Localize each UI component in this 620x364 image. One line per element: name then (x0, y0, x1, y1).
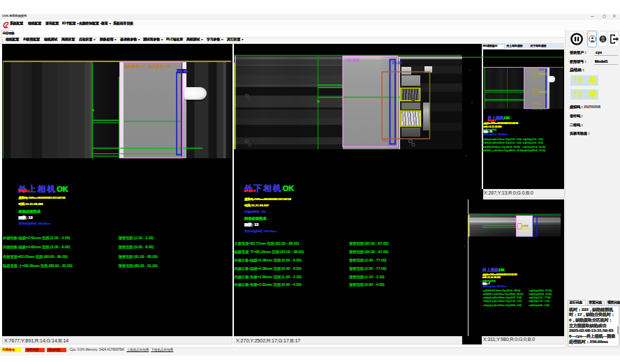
svg-text:灰阶阈值:93，动态阈值:100: 灰阶阈值:93，动态阈值:100 (124, 64, 171, 69)
svg-text:绝缘测距OK: 绝缘测距OK (522, 227, 533, 229)
svg-text:NG:0: NG:0 (382, 139, 388, 142)
svg-text:93,48: 93,48 (177, 69, 187, 73)
svg-text:XS:41.5 Ra:7.9: XS:41.5 Ra:7.9 (532, 108, 545, 111)
svg-text:AI检测框: AI检测框 (344, 58, 360, 63)
svg-text:绝缘测距OK: 绝缘测距OK (539, 73, 549, 75)
svg-text:20.80: 20.80 (392, 60, 403, 65)
svg-text:93.48: 93.48 (538, 68, 544, 71)
svg-text:绝缘测距OK: 绝缘测距OK (539, 91, 549, 93)
